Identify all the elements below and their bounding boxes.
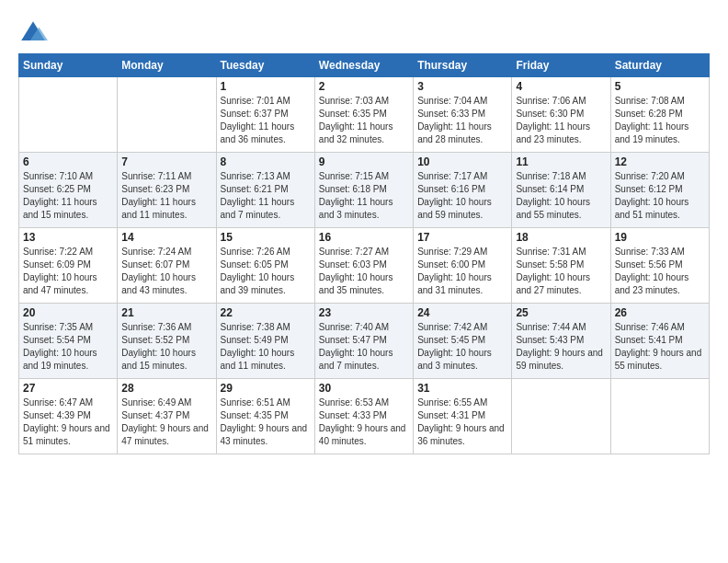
weekday-header-friday: Friday (512, 54, 610, 77)
calendar-cell: 18Sunrise: 7:31 AM Sunset: 5:58 PM Dayli… (512, 228, 610, 304)
day-info: Sunrise: 6:53 AM Sunset: 4:33 PM Dayligh… (319, 396, 409, 448)
day-number: 2 (319, 80, 409, 93)
calendar-cell: 2Sunrise: 7:03 AM Sunset: 6:35 PM Daylig… (314, 77, 413, 153)
header (18, 15, 710, 48)
calendar-cell: 5Sunrise: 7:08 AM Sunset: 6:28 PM Daylig… (610, 77, 709, 153)
day-number: 28 (121, 382, 211, 395)
day-info: Sunrise: 7:20 AM Sunset: 6:12 PM Dayligh… (615, 170, 705, 222)
day-number: 6 (23, 155, 113, 168)
day-number: 27 (23, 382, 113, 395)
calendar-week-1: 1Sunrise: 7:01 AM Sunset: 6:37 PM Daylig… (19, 77, 710, 153)
day-info: Sunrise: 7:11 AM Sunset: 6:23 PM Dayligh… (121, 170, 211, 222)
weekday-header-monday: Monday (118, 54, 216, 77)
day-number: 5 (615, 80, 705, 93)
calendar-week-3: 13Sunrise: 7:22 AM Sunset: 6:09 PM Dayli… (19, 228, 710, 304)
day-info: Sunrise: 7:10 AM Sunset: 6:25 PM Dayligh… (23, 170, 113, 222)
day-number: 4 (516, 80, 606, 93)
calendar-cell: 12Sunrise: 7:20 AM Sunset: 6:12 PM Dayli… (610, 153, 709, 228)
day-info: Sunrise: 7:03 AM Sunset: 6:35 PM Dayligh… (319, 95, 409, 146)
calendar-cell: 14Sunrise: 7:24 AM Sunset: 6:07 PM Dayli… (118, 228, 216, 304)
calendar-cell: 26Sunrise: 7:46 AM Sunset: 5:41 PM Dayli… (610, 304, 709, 379)
day-number: 10 (417, 155, 507, 168)
calendar-cell: 25Sunrise: 7:44 AM Sunset: 5:43 PM Dayli… (512, 304, 610, 379)
day-info: Sunrise: 7:22 AM Sunset: 6:09 PM Dayligh… (23, 246, 113, 297)
logo (18, 18, 51, 48)
day-info: Sunrise: 7:44 AM Sunset: 5:43 PM Dayligh… (516, 321, 606, 373)
day-info: Sunrise: 7:06 AM Sunset: 6:30 PM Dayligh… (516, 95, 606, 146)
calendar-cell: 24Sunrise: 7:42 AM Sunset: 5:45 PM Dayli… (414, 304, 512, 379)
day-number: 23 (319, 306, 409, 319)
calendar-cell: 1Sunrise: 7:01 AM Sunset: 6:37 PM Daylig… (216, 77, 314, 153)
day-info: Sunrise: 7:33 AM Sunset: 5:56 PM Dayligh… (615, 246, 705, 297)
day-number: 22 (221, 306, 311, 319)
day-info: Sunrise: 6:51 AM Sunset: 4:35 PM Dayligh… (221, 396, 311, 448)
day-info: Sunrise: 7:38 AM Sunset: 5:49 PM Dayligh… (221, 321, 311, 373)
day-number: 15 (221, 231, 311, 244)
day-number: 20 (23, 306, 113, 319)
weekday-header-tuesday: Tuesday (216, 54, 314, 77)
day-number: 18 (516, 231, 606, 244)
day-info: Sunrise: 7:01 AM Sunset: 6:37 PM Dayligh… (221, 95, 311, 146)
weekday-header-thursday: Thursday (414, 54, 512, 77)
weekday-header-row: SundayMondayTuesdayWednesdayThursdayFrid… (19, 54, 710, 77)
calendar-cell: 13Sunrise: 7:22 AM Sunset: 6:09 PM Dayli… (19, 228, 118, 304)
weekday-header-wednesday: Wednesday (314, 54, 413, 77)
calendar-cell (19, 77, 118, 153)
day-info: Sunrise: 7:17 AM Sunset: 6:16 PM Dayligh… (417, 170, 507, 222)
calendar-cell: 21Sunrise: 7:36 AM Sunset: 5:52 PM Dayli… (118, 304, 216, 379)
calendar-week-4: 20Sunrise: 7:35 AM Sunset: 5:54 PM Dayli… (19, 304, 710, 379)
day-number: 24 (417, 306, 507, 319)
day-info: Sunrise: 7:31 AM Sunset: 5:58 PM Dayligh… (516, 246, 606, 297)
calendar-cell (512, 379, 610, 454)
calendar-cell: 28Sunrise: 6:49 AM Sunset: 4:37 PM Dayli… (118, 379, 216, 454)
day-number: 25 (516, 306, 606, 319)
day-number: 1 (221, 80, 311, 93)
logo-icon (18, 18, 48, 48)
day-number: 12 (615, 155, 705, 168)
calendar-cell: 30Sunrise: 6:53 AM Sunset: 4:33 PM Dayli… (314, 379, 413, 454)
day-info: Sunrise: 7:08 AM Sunset: 6:28 PM Dayligh… (615, 95, 705, 146)
weekday-header-sunday: Sunday (19, 54, 118, 77)
day-info: Sunrise: 7:40 AM Sunset: 5:47 PM Dayligh… (319, 321, 409, 373)
day-info: Sunrise: 7:27 AM Sunset: 6:03 PM Dayligh… (319, 246, 409, 297)
day-info: Sunrise: 6:49 AM Sunset: 4:37 PM Dayligh… (121, 396, 211, 448)
day-number: 14 (121, 231, 211, 244)
calendar-table: SundayMondayTuesdayWednesdayThursdayFrid… (18, 53, 710, 454)
calendar-cell: 19Sunrise: 7:33 AM Sunset: 5:56 PM Dayli… (610, 228, 709, 304)
calendar-cell: 8Sunrise: 7:13 AM Sunset: 6:21 PM Daylig… (216, 153, 314, 228)
day-info: Sunrise: 7:29 AM Sunset: 6:00 PM Dayligh… (417, 246, 507, 297)
calendar-cell: 23Sunrise: 7:40 AM Sunset: 5:47 PM Dayli… (314, 304, 413, 379)
calendar-cell: 22Sunrise: 7:38 AM Sunset: 5:49 PM Dayli… (216, 304, 314, 379)
calendar-cell (610, 379, 709, 454)
calendar-cell: 16Sunrise: 7:27 AM Sunset: 6:03 PM Dayli… (314, 228, 413, 304)
day-info: Sunrise: 6:55 AM Sunset: 4:31 PM Dayligh… (417, 396, 507, 448)
day-info: Sunrise: 7:35 AM Sunset: 5:54 PM Dayligh… (23, 321, 113, 373)
calendar-cell: 6Sunrise: 7:10 AM Sunset: 6:25 PM Daylig… (19, 153, 118, 228)
day-info: Sunrise: 7:13 AM Sunset: 6:21 PM Dayligh… (221, 170, 311, 222)
day-number: 30 (319, 382, 409, 395)
day-info: Sunrise: 7:18 AM Sunset: 6:14 PM Dayligh… (516, 170, 606, 222)
day-info: Sunrise: 7:04 AM Sunset: 6:33 PM Dayligh… (417, 95, 507, 146)
day-number: 16 (319, 231, 409, 244)
calendar-cell (118, 77, 216, 153)
day-info: Sunrise: 7:42 AM Sunset: 5:45 PM Dayligh… (417, 321, 507, 373)
calendar-cell: 17Sunrise: 7:29 AM Sunset: 6:00 PM Dayli… (414, 228, 512, 304)
day-number: 7 (121, 155, 211, 168)
day-info: Sunrise: 7:26 AM Sunset: 6:05 PM Dayligh… (221, 246, 311, 297)
day-number: 29 (221, 382, 311, 395)
calendar-cell: 27Sunrise: 6:47 AM Sunset: 4:39 PM Dayli… (19, 379, 118, 454)
calendar-week-2: 6Sunrise: 7:10 AM Sunset: 6:25 PM Daylig… (19, 153, 710, 228)
day-number: 21 (121, 306, 211, 319)
calendar-cell: 31Sunrise: 6:55 AM Sunset: 4:31 PM Dayli… (414, 379, 512, 454)
day-number: 19 (615, 231, 705, 244)
weekday-header-saturday: Saturday (610, 54, 709, 77)
day-number: 31 (417, 382, 507, 395)
day-info: Sunrise: 7:15 AM Sunset: 6:18 PM Dayligh… (319, 170, 409, 222)
day-number: 26 (615, 306, 705, 319)
calendar-cell: 4Sunrise: 7:06 AM Sunset: 6:30 PM Daylig… (512, 77, 610, 153)
calendar-cell: 3Sunrise: 7:04 AM Sunset: 6:33 PM Daylig… (414, 77, 512, 153)
calendar-cell: 20Sunrise: 7:35 AM Sunset: 5:54 PM Dayli… (19, 304, 118, 379)
day-number: 3 (417, 80, 507, 93)
calendar-cell: 10Sunrise: 7:17 AM Sunset: 6:16 PM Dayli… (414, 153, 512, 228)
calendar-cell: 15Sunrise: 7:26 AM Sunset: 6:05 PM Dayli… (216, 228, 314, 304)
